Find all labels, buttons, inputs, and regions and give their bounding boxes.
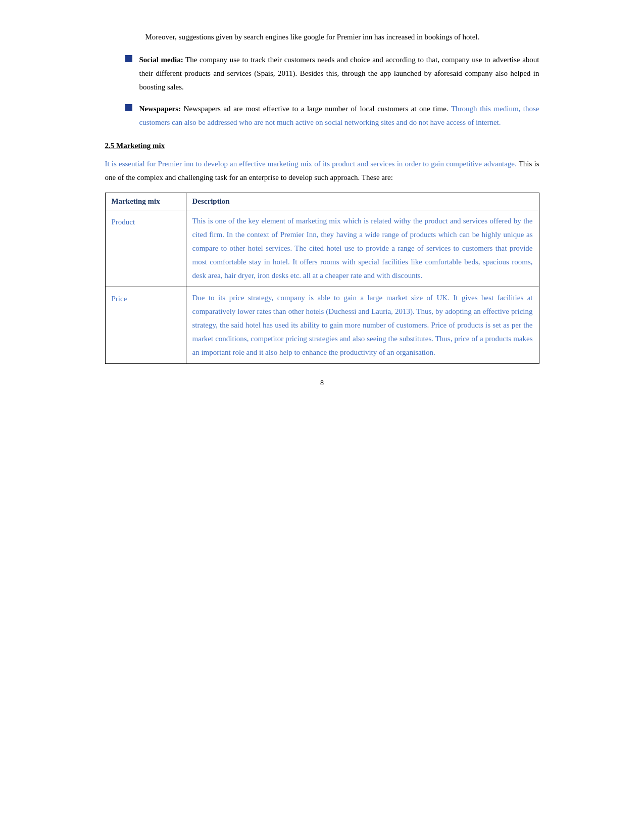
- bullet-newspapers-text: Newspapers: Newspapers ad are most effec…: [139, 102, 539, 129]
- list-item: Newspapers: Newspapers ad are most effec…: [105, 102, 539, 129]
- section-intro-blue: It is essential for Premier inn to devel…: [105, 160, 517, 168]
- bullet-label-social: Social media:: [139, 56, 183, 64]
- section-intro-paragraph: It is essential for Premier inn to devel…: [105, 157, 539, 184]
- list-item: Social media: The company use to track t…: [105, 53, 539, 94]
- page-content: Moreover, suggestions given by search en…: [95, 30, 550, 387]
- bullet-icon: [125, 104, 132, 111]
- table-header-row: Marketing mix Description: [105, 193, 539, 210]
- bullet-label-newspapers: Newspapers:: [139, 105, 181, 113]
- bullet-newspapers-black: Newspapers ad are most effective to a la…: [184, 105, 451, 113]
- table-cell-product-desc: This is one of the key element of market…: [186, 210, 539, 287]
- bullet-list: Social media: The company use to track t…: [105, 53, 539, 129]
- bullet-social-text: The company use to track their customers…: [139, 56, 539, 91]
- table-row: Product This is one of the key element o…: [105, 210, 539, 287]
- table-header-description: Description: [186, 193, 539, 210]
- table-cell-price-label: Price: [105, 287, 186, 364]
- intro-paragraph: Moreover, suggestions given by search en…: [145, 30, 539, 44]
- table-header-marketing-mix: Marketing mix: [105, 193, 186, 210]
- table-cell-price-desc: Due to its price strategy, company is ab…: [186, 287, 539, 364]
- page-number: 8: [105, 379, 539, 387]
- table-row: Price Due to its price strategy, company…: [105, 287, 539, 364]
- section-heading: 2.5 Marketing mix: [105, 142, 539, 150]
- marketing-mix-table: Marketing mix Description Product This i…: [105, 193, 539, 364]
- table-cell-product-label: Product: [105, 210, 186, 287]
- bullet-icon: [125, 55, 132, 62]
- bullet-social-media-text: Social media: The company use to track t…: [139, 53, 539, 94]
